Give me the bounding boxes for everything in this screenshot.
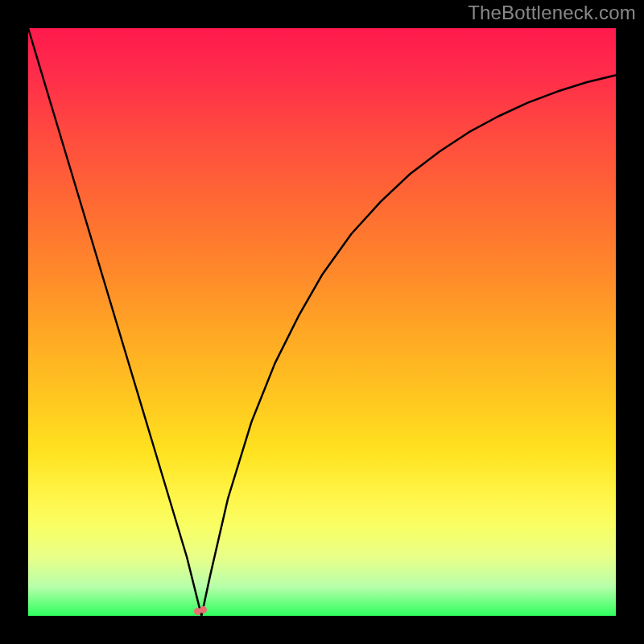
watermark-label: TheBottleneck.com <box>468 2 636 24</box>
plot-area <box>28 28 616 616</box>
chart-frame: TheBottleneck.com <box>0 0 644 644</box>
bottleneck-curve <box>28 28 616 616</box>
